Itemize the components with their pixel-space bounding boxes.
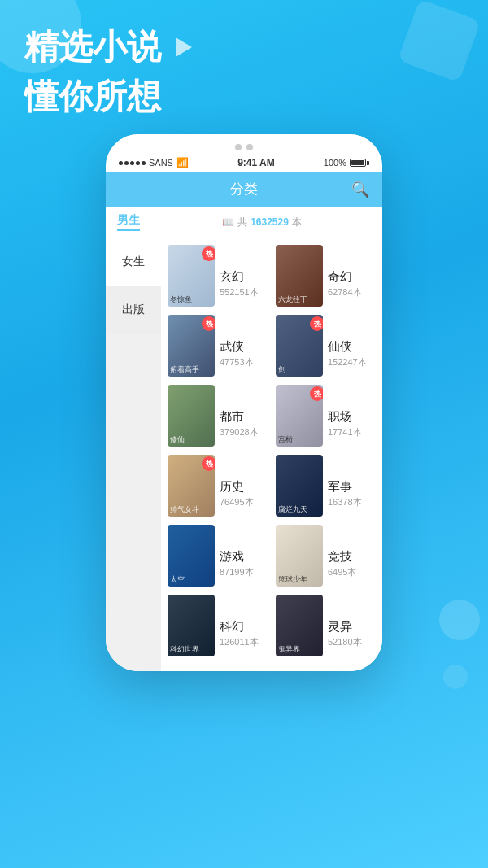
genre-card-仙侠[interactable]: 剑热仙侠152247本 [276, 315, 376, 377]
genre-card-竞技[interactable]: 篮球少年竞技6495本 [276, 525, 376, 587]
genre-info: 竞技6495本 [328, 525, 356, 582]
genre-cover: 俯着高手热 [168, 315, 215, 377]
genre-row: 太空游戏87199本篮球少年竞技6495本 [168, 525, 376, 587]
genre-cover: 鬼异界 [276, 595, 323, 656]
genre-row: 修仙都市379028本宫椅热职场17741本 [168, 385, 376, 447]
genre-row: 俯着高手热武侠47753本剑热仙侠152247本 [168, 315, 376, 377]
content-area[interactable]: 冬惊鱼热玄幻552151本六龙往丁奇幻62784本俯着高手热武侠47753本剑热… [161, 238, 382, 671]
genre-card-玄幻[interactable]: 冬惊鱼热玄幻552151本 [168, 245, 268, 307]
hot-badge: 热 [202, 456, 215, 471]
genre-info: 都市379028本 [220, 385, 259, 442]
genre-card-职场[interactable]: 宫椅热职场17741本 [276, 385, 376, 447]
genre-name: 游戏 [220, 549, 254, 565]
sidebar: 女生 出版 [106, 238, 161, 671]
genre-name: 灵异 [328, 619, 362, 635]
genre-count: 76495本 [220, 496, 254, 508]
hero-line1: 精选小说 [24, 24, 192, 70]
genre-info: 玄幻552151本 [220, 245, 259, 302]
genre-card-灵异[interactable]: 鬼异界灵异52180本 [276, 595, 376, 656]
genre-row: 冬惊鱼热玄幻552151本六龙往丁奇幻62784本 [168, 245, 376, 307]
genre-cover: 帅气女斗热 [168, 455, 215, 517]
genre-cover: 六龙往丁 [276, 245, 323, 307]
battery-tip [367, 161, 369, 165]
count-prefix: 共 [237, 216, 247, 229]
genre-name: 都市 [220, 409, 259, 425]
genre-cover: 修仙 [168, 385, 215, 447]
phone-mockup: SANS 📶 9:41 AM 100% 分类 🔍 男生 📖 共 1632529 … [106, 134, 382, 671]
battery-fill [351, 160, 364, 165]
wifi-icon: 📶 [176, 157, 189, 168]
status-right: 100% [324, 158, 369, 168]
genre-info: 游戏87199本 [220, 525, 254, 582]
hero-section: 精选小说 懂你所想 [24, 24, 192, 120]
carrier-name: SANS [149, 158, 173, 168]
hot-badge: 热 [310, 386, 323, 401]
search-icon[interactable]: 🔍 [351, 181, 369, 198]
bg-decoration-br2 [443, 665, 468, 689]
genre-cover: 宫椅热 [276, 385, 323, 447]
battery-percent: 100% [324, 158, 346, 168]
genre-card-历史[interactable]: 帅气女斗热历史76495本 [168, 455, 268, 517]
genre-count: 16378本 [328, 496, 362, 508]
signal-dots [119, 161, 146, 165]
genre-name: 仙侠 [328, 339, 367, 355]
genre-card-游戏[interactable]: 太空游戏87199本 [168, 525, 268, 587]
genre-row: 科幻世界科幻126011本鬼异界灵异52180本 [168, 595, 376, 656]
genre-count: 6495本 [328, 566, 356, 578]
hero-line2: 懂你所想 [24, 74, 192, 120]
genre-count: 52180本 [328, 636, 362, 648]
genre-info: 历史76495本 [220, 455, 254, 512]
genre-count: 152247本 [328, 356, 367, 369]
genre-info: 奇幻62784本 [328, 245, 362, 302]
genre-info: 武侠47753本 [220, 315, 254, 372]
phone-top-dots [106, 134, 382, 155]
genre-name: 竞技 [328, 549, 356, 565]
genre-name: 军事 [328, 479, 362, 495]
main-area: 女生 出版 冬惊鱼热玄幻552151本六龙往丁奇幻62784本俯着高手热武侠47… [106, 238, 382, 671]
book-icon: 📖 [222, 216, 234, 228]
genre-count: 47753本 [220, 356, 254, 369]
genre-name: 科幻 [220, 619, 259, 635]
genre-cover: 腐烂九天 [276, 455, 323, 517]
genre-info: 仙侠152247本 [328, 315, 367, 372]
genre-name: 奇幻 [328, 269, 362, 285]
category-tabs: 男生 📖 共 1632529 本 [106, 207, 382, 238]
genre-card-科幻[interactable]: 科幻世界科幻126011本 [168, 595, 268, 656]
count-suffix: 本 [292, 216, 302, 229]
genre-name: 职场 [328, 409, 362, 425]
genre-name: 武侠 [220, 339, 254, 355]
genre-cover: 篮球少年 [276, 525, 323, 587]
genre-count: 17741本 [328, 426, 362, 438]
hot-badge: 热 [202, 246, 215, 261]
genre-count: 552151本 [220, 286, 259, 299]
battery-icon [350, 159, 369, 167]
genre-count: 126011本 [220, 636, 259, 648]
genre-name: 历史 [220, 479, 254, 495]
genre-name: 玄幻 [220, 269, 259, 285]
hot-badge: 热 [202, 316, 215, 331]
phone-dot-1 [235, 144, 242, 150]
genre-count: 379028本 [220, 426, 259, 438]
genre-cover: 科幻世界 [168, 595, 215, 656]
sidebar-item-female[interactable]: 女生 [106, 238, 161, 286]
genre-cover: 剑热 [276, 315, 323, 377]
status-time: 9:41 AM [237, 157, 275, 168]
genre-card-奇幻[interactable]: 六龙往丁奇幻62784本 [276, 245, 376, 307]
genre-row: 帅气女斗热历史76495本腐烂九天军事16378本 [168, 455, 376, 517]
hot-badge: 热 [310, 316, 323, 331]
genre-info: 科幻126011本 [220, 595, 259, 652]
genre-info: 灵异52180本 [328, 595, 362, 652]
tab-count: 📖 共 1632529 本 [153, 216, 371, 229]
count-value: 1632529 [251, 216, 289, 228]
genre-card-武侠[interactable]: 俯着高手热武侠47753本 [168, 315, 268, 377]
genre-info: 职场17741本 [328, 385, 362, 442]
phone-dot-2 [246, 144, 253, 150]
battery-body [350, 159, 366, 167]
genre-card-都市[interactable]: 修仙都市379028本 [168, 385, 268, 447]
genre-card-军事[interactable]: 腐烂九天军事16378本 [276, 455, 376, 517]
app-header: 分类 🔍 [106, 172, 382, 207]
genre-cover: 冬惊鱼热 [168, 245, 215, 307]
sidebar-item-publication[interactable]: 出版 [106, 286, 161, 334]
status-left: SANS 📶 [119, 157, 189, 168]
tab-male[interactable]: 男生 [117, 213, 140, 231]
